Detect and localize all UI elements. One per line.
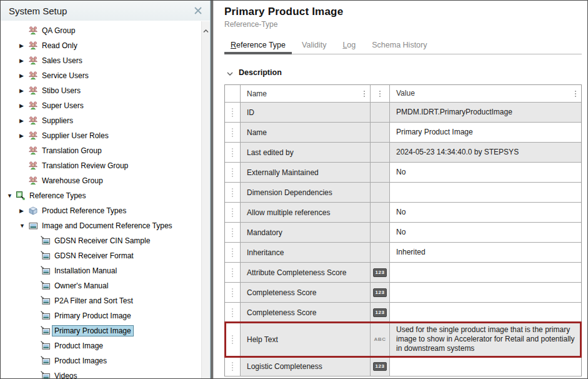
tree-item-installation-manual[interactable]: Installation Manual (1, 263, 201, 278)
tree-item-product-reference-types[interactable]: ▶Product Reference Types (1, 203, 201, 218)
table-row-last-edited-by: Last edited by2024-05-23 14:34:40.0 by S… (225, 143, 581, 163)
row-drag-handle[interactable] (232, 288, 233, 297)
expander-collapsed-icon[interactable]: ▶ (18, 103, 28, 109)
row-handle-cell (225, 103, 241, 123)
tree-item-reference-types[interactable]: ▼Reference Types (1, 188, 201, 203)
attribute-name-cell: Completeness Score (241, 303, 371, 323)
row-drag-handle[interactable] (232, 188, 233, 197)
attribute-value-cell[interactable] (390, 263, 581, 283)
expander-expanded-icon[interactable]: ▼ (18, 223, 28, 229)
tab-schema-history[interactable]: Schema History (366, 38, 433, 54)
tree-item-warehouse-group[interactable]: Warehouse Group (1, 173, 201, 188)
attribute-value-cell[interactable]: No (390, 163, 581, 183)
tree-item-product-images[interactable]: Product Images (1, 353, 201, 368)
attribute-value-cell[interactable] (390, 303, 581, 323)
close-icon[interactable] (192, 5, 204, 16)
tree-container: QA Group▶Read Only▶Sales Users▶Service U… (1, 21, 210, 378)
attribute-name-cell: Inheritance (241, 243, 371, 263)
attribute-value-cell[interactable]: No (390, 223, 581, 243)
expander-collapsed-icon[interactable]: ▶ (18, 43, 28, 49)
row-drag-handle[interactable] (232, 208, 233, 217)
row-drag-handle[interactable] (232, 228, 233, 237)
attribute-name-cell: Help Text (241, 323, 371, 356)
tree-item-p2a-filter-and-sort-test[interactable]: P2A Filter and Sort Test (1, 293, 201, 308)
tree-item-read-only[interactable]: ▶Read Only (1, 38, 201, 53)
scroll-up-icon[interactable] (203, 24, 209, 31)
attribute-value-cell[interactable]: PMDM.IDRT.PrimaryProductImage (390, 103, 581, 123)
row-handle-cell (225, 163, 241, 183)
numeric-type-icon: 123 (373, 268, 387, 277)
tree-item-label: Stibo Users (39, 85, 83, 96)
tree-item-service-users[interactable]: ▶Service Users (1, 68, 201, 83)
attribute-name-cell: Attribute Completeness Score (241, 263, 371, 283)
tree-item-gdsn-receiver-cin-sample[interactable]: GDSN Receiver CIN Sample (1, 233, 201, 248)
attribute-value-cell[interactable]: No (390, 203, 581, 223)
row-drag-handle[interactable] (232, 168, 233, 177)
row-drag-handle[interactable] (232, 335, 233, 344)
expander-expanded-icon[interactable]: ▼ (6, 193, 16, 199)
value-column-header: Value (396, 89, 415, 98)
row-drag-handle[interactable] (232, 108, 233, 117)
attribute-value-cell[interactable]: Inherited (390, 243, 581, 263)
attribute-name-cell: Mandatory (241, 223, 371, 243)
tab-validity[interactable]: Validity (296, 38, 332, 54)
tree-item-label: Translation Group (39, 145, 104, 156)
expander-collapsed-icon[interactable]: ▶ (18, 58, 28, 64)
users-group-icon (28, 56, 39, 66)
row-drag-handle[interactable] (232, 362, 233, 371)
tree-item-primary-product-image[interactable]: Primary Product Image (1, 323, 201, 338)
tree-item-primary-product-image[interactable]: Primary Product Image (1, 308, 201, 323)
attribute-value-cell[interactable]: Primary Product Image (390, 123, 581, 143)
tree-item-super-users[interactable]: ▶Super Users (1, 98, 201, 113)
attribute-value-text: 2024-05-23 14:34:40.0 by STEPSYS (396, 148, 519, 157)
attribute-value-cell[interactable] (390, 283, 581, 303)
tree-item-videos[interactable]: Videos (1, 368, 201, 378)
tree-item-gdsn-receiver-format[interactable]: GDSN Receiver Format (1, 248, 201, 263)
scrollbar[interactable] (201, 21, 210, 378)
tree-item-image-and-document-reference-types[interactable]: ▼Image and Document Reference Types (1, 218, 201, 233)
page-title: Primary Product Image (224, 6, 582, 18)
name-column-menu-icon[interactable] (364, 91, 365, 97)
collapse-chevron-icon[interactable] (227, 67, 233, 78)
tree-item-suppliers[interactable]: ▶Suppliers (1, 113, 201, 128)
row-drag-handle[interactable] (232, 308, 233, 317)
expander-collapsed-icon[interactable]: ▶ (18, 88, 28, 94)
header-handle-cell (225, 85, 241, 103)
tree-item-product-image[interactable]: Product Image (1, 338, 201, 353)
tree-item-supplier-user-roles[interactable]: ▶Supplier User Roles (1, 128, 201, 143)
attribute-type-cell: 123 (371, 356, 390, 376)
tree-item-label: Reference Types (27, 190, 89, 201)
header-value-cell: Value (390, 85, 581, 103)
attribute-table: NameValueIDPMDM.IDRT.PrimaryProductImage… (224, 84, 582, 376)
row-drag-handle[interactable] (232, 248, 233, 257)
users-group-icon (28, 146, 39, 156)
tree-item-owner-s-manual[interactable]: Owner's Manual (1, 278, 201, 293)
tree-item-translation-review-group[interactable]: Translation Review Group (1, 158, 201, 173)
expander-collapsed-icon[interactable]: ▶ (18, 133, 28, 139)
tree-item-label: Videos (52, 370, 79, 378)
tree-item-stibo-users[interactable]: ▶Stibo Users (1, 83, 201, 98)
value-column-menu-icon[interactable] (575, 91, 576, 97)
description-section-header[interactable]: Description (224, 67, 582, 78)
tree: QA Group▶Read Only▶Sales Users▶Service U… (1, 23, 201, 378)
tree-item-label: Read Only (39, 40, 80, 51)
icon-column-menu-icon[interactable] (379, 91, 381, 97)
row-drag-handle[interactable] (232, 148, 233, 157)
tree-item-translation-group[interactable]: Translation Group (1, 143, 201, 158)
expander-collapsed-icon[interactable]: ▶ (18, 73, 28, 79)
attribute-value-cell[interactable]: 2024-05-23 14:34:40.0 by STEPSYS (390, 143, 581, 163)
attribute-value-cell[interactable]: Used for the single product image that i… (390, 323, 581, 356)
image-ref-icon (41, 341, 52, 351)
attribute-value-cell[interactable] (390, 356, 581, 376)
row-drag-handle[interactable] (232, 268, 233, 277)
tree-item-label: Suppliers (39, 115, 76, 126)
tree-item-qa-group[interactable]: QA Group (1, 23, 201, 38)
tab-reference-type[interactable]: Reference Type (224, 38, 292, 54)
expander-collapsed-icon[interactable]: ▶ (18, 118, 28, 124)
tab-log[interactable]: Log (336, 38, 362, 54)
row-drag-handle[interactable] (232, 128, 233, 137)
attribute-value-text: No (396, 168, 406, 177)
tree-item-sales-users[interactable]: ▶Sales Users (1, 53, 201, 68)
attribute-value-cell[interactable] (390, 183, 581, 203)
expander-collapsed-icon[interactable]: ▶ (18, 208, 28, 214)
